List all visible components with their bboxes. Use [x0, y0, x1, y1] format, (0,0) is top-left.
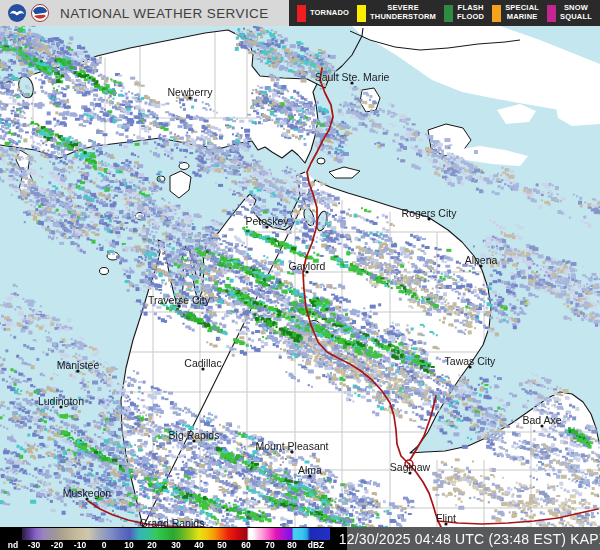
city-label: Big Rapids — [169, 429, 220, 441]
highway-road — [410, 396, 436, 460]
dbz-tick-label: 80 — [287, 540, 296, 550]
dbz-tick-label: 70 — [265, 540, 274, 550]
dbz-tick-label: 60 — [241, 540, 250, 550]
city-label: Alma — [298, 464, 322, 476]
legend-swatch — [357, 5, 366, 22]
city-label: Mount Pleasant — [256, 440, 329, 452]
legend-swatch — [547, 5, 556, 22]
dbz-tick-label: -20 — [51, 540, 63, 550]
dbz-tick-label: nd — [8, 540, 18, 550]
city-label: Flint — [436, 512, 456, 524]
brand: NATIONAL WEATHER SERVICE — [8, 0, 269, 26]
city-label: Grand Rapids — [140, 517, 205, 527]
legend-swatch — [492, 5, 501, 22]
legend-label: SNOWSQUALL — [560, 4, 592, 21]
legend-item: SNOWSQUALL — [547, 4, 592, 21]
city-label: Bad Axe — [522, 414, 561, 426]
dbz-tick-label: 10 — [124, 540, 133, 550]
nws-logo-icon — [31, 4, 49, 22]
status-bar: nd-30-20-1001020304050607080dBZ 12/30/20… — [0, 527, 600, 550]
legend-item: TORNADO — [297, 5, 349, 22]
dbz-tick-label: 30 — [171, 540, 180, 550]
legend-swatch — [297, 5, 306, 22]
highway-road — [438, 509, 598, 524]
city-label: Muskegon — [63, 487, 112, 499]
city-label: Sault Ste. Marie — [315, 71, 390, 83]
map-overlay-layer: NewberrySault Ste. MariePetoskeyRogers C… — [0, 26, 600, 527]
timestamp: 12/30/2025 04:48 UTC (23:48 EST) KAPX — [347, 527, 600, 550]
dbz-colorbar — [22, 528, 330, 540]
city-label: Tawas City — [445, 355, 497, 367]
city-label: Rogers City — [402, 207, 458, 219]
city-label: Alpena — [465, 254, 498, 266]
dbz-tick-label: -10 — [74, 540, 86, 550]
nws-radar-app: NATIONAL WEATHER SERVICE TORNADOSEVERETH… — [0, 0, 600, 550]
legend-item: SEVERETHUNDERSTORM — [357, 4, 436, 21]
noaa-logo-icon — [8, 4, 26, 22]
legend-label: TORNADO — [310, 9, 349, 18]
dbz-tick-label: 50 — [217, 540, 226, 550]
legend-item: SPECIALMARINE — [492, 4, 539, 21]
city-label: Gaylord — [289, 260, 326, 272]
dbz-tick-label: 20 — [147, 540, 156, 550]
city-label: Cadillac — [184, 357, 221, 369]
legend-label: SPECIALMARINE — [505, 4, 539, 21]
city-label: Manistee — [57, 359, 100, 371]
dbz-tick-label: -30 — [28, 540, 40, 550]
legend-label: FLASHFLOOD — [457, 4, 484, 21]
city-label: Saginaw — [390, 461, 431, 473]
city-label: Newberry — [168, 86, 214, 98]
city-label: Ludington — [38, 395, 84, 407]
dbz-tick-label: dBZ — [308, 540, 325, 550]
highway-road — [303, 68, 438, 521]
city-label: Traverse City — [148, 294, 211, 306]
dbz-tick-label: 40 — [194, 540, 203, 550]
app-title: NATIONAL WEATHER SERVICE — [60, 6, 269, 21]
header-bar: NATIONAL WEATHER SERVICE TORNADOSEVERETH… — [0, 0, 600, 26]
city-label: Petoskey — [245, 215, 289, 227]
dbz-tick-label: 0 — [102, 540, 107, 550]
warning-legend: TORNADOSEVERETHUNDERSTORMFLASHFLOODSPECI… — [289, 0, 600, 26]
legend-swatch — [444, 5, 453, 22]
legend-item: FLASHFLOOD — [444, 4, 484, 21]
legend-label: SEVERETHUNDERSTORM — [370, 4, 436, 21]
radar-map[interactable]: NewberrySault Ste. MariePetoskeyRogers C… — [0, 26, 600, 527]
